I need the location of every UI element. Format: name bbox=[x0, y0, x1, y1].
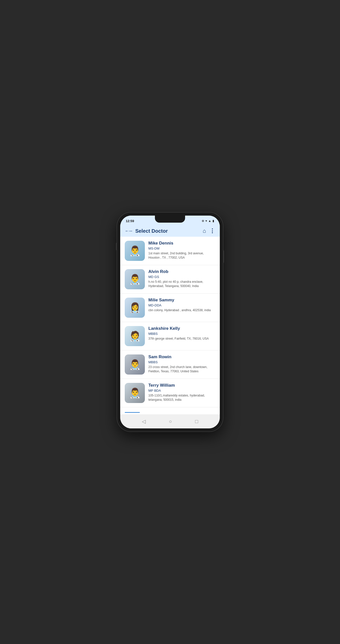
doctor-specialty: MD GS bbox=[148, 275, 215, 279]
phone-notch bbox=[155, 216, 185, 223]
doctor-avatar-icon: 👨‍⚕️ bbox=[129, 388, 141, 398]
doctor-info: Alvin Rob MD GS h.no 5-40, plot no 40 p,… bbox=[148, 269, 215, 288]
doctor-info: Sam Rowin MBBS 23 cross street, 2nd chur… bbox=[148, 354, 215, 374]
nav-recents-button[interactable]: □ bbox=[195, 419, 198, 424]
doctor-name: Terry William bbox=[148, 383, 215, 388]
doctor-specialty: MBBS bbox=[148, 332, 215, 336]
location-icon: ⊕ bbox=[202, 219, 204, 223]
doctor-specialty: MS-DM bbox=[148, 247, 215, 250]
battery-icon: ▮ bbox=[212, 219, 214, 223]
home-icon[interactable]: ⌂ bbox=[203, 228, 206, 234]
doctor-avatar-icon: 👨‍⚕️ bbox=[129, 246, 141, 256]
doctor-name: Sam Rowin bbox=[148, 354, 215, 359]
doctor-info: Mike Dennis MS-DM 1st main street, 2nd b… bbox=[148, 241, 215, 260]
wifi-icon: ▾ bbox=[205, 219, 207, 223]
doctor-address: 1st main street, 2nd building, 3rd avenu… bbox=[148, 251, 215, 260]
nav-home-button[interactable]: ○ bbox=[169, 419, 172, 424]
back-button[interactable]: ←-- bbox=[125, 228, 132, 234]
bottom-nav: ◁ ○ □ bbox=[120, 414, 220, 428]
doctor-list-item[interactable]: 👩‍⚕️ Milie Sammy MD-DDA cbn colony, Hyde… bbox=[120, 294, 220, 322]
doctor-address: h.no 5-40, plot no 40 p, chandra enclave… bbox=[148, 280, 215, 288]
doctor-avatar: 🧑‍⚕️ bbox=[125, 326, 145, 346]
doctor-address: 105-110/1,mallareddy estates, hyderabad,… bbox=[148, 393, 215, 402]
doctor-avatar-icon: 👨‍⚕️ bbox=[129, 360, 141, 369]
doctor-list-item[interactable]: 👨‍⚕️ Terry William MP BDA 105-110/1,mall… bbox=[120, 379, 220, 407]
more-options-icon[interactable]: ⋮ bbox=[209, 228, 215, 234]
doctor-name: Alvin Rob bbox=[148, 269, 215, 274]
doctor-list: 👨‍⚕️ Mike Dennis MS-DM 1st main street, … bbox=[120, 237, 220, 411]
doctor-specialty: MBBS bbox=[148, 360, 215, 364]
doctor-specialty: MD-DDA bbox=[148, 303, 215, 307]
page-title: Select Doctor bbox=[135, 228, 200, 234]
doctor-address: 37th george street, Fairfield, TX, 76016… bbox=[148, 337, 215, 341]
doctor-name: Milie Sammy bbox=[148, 298, 215, 303]
doctor-specialty: MP BDA bbox=[148, 389, 215, 392]
bottom-indicator bbox=[120, 411, 220, 414]
power-button bbox=[223, 250, 224, 263]
doctor-avatar: 👨‍⚕️ bbox=[125, 269, 145, 289]
doctor-address: 23 cross street, 2nd church lane, downto… bbox=[148, 365, 215, 374]
doctor-avatar-icon: 👨‍⚕️ bbox=[129, 274, 141, 284]
top-bar: ←-- Select Doctor ⌂ ⋮ bbox=[120, 225, 220, 237]
doctor-avatar: 👨‍⚕️ bbox=[125, 241, 145, 261]
doctor-avatar: 👨‍⚕️ bbox=[125, 383, 145, 403]
doctor-info: Terry William MP BDA 105-110/1,mallaredd… bbox=[148, 383, 215, 402]
doctor-list-item[interactable]: 👨‍⚕️ Alvin Rob MD GS h.no 5-40, plot no … bbox=[120, 265, 220, 294]
doctor-address: cbn colony, Hyderabad , andhra, 402538, … bbox=[148, 308, 215, 312]
doctor-avatar-icon: 🧑‍⚕️ bbox=[129, 331, 141, 341]
doctor-list-item[interactable]: 👨‍⚕️ Mike Dennis MS-DM 1st main street, … bbox=[120, 237, 220, 265]
status-time: 12:59 bbox=[126, 219, 134, 223]
doctor-info: Lankshire Kelly MBBS 37th george street,… bbox=[148, 326, 215, 341]
doctor-info: Milie Sammy MD-DDA cbn colony, Hyderabad… bbox=[148, 298, 215, 312]
scroll-indicator bbox=[125, 412, 140, 413]
volume-button bbox=[116, 243, 117, 250]
nav-back-button[interactable]: ◁ bbox=[142, 418, 146, 424]
phone-device: 12:59 ⊕ ▾ ▲ ▮ ←-- Select Doctor ⌂ ⋮ 👨‍⚕️ bbox=[117, 213, 223, 431]
signal-icon: ▲ bbox=[208, 219, 211, 223]
doctor-avatar-icon: 👩‍⚕️ bbox=[129, 303, 141, 312]
doctor-list-item[interactable]: 👨‍⚕️ Sam Rowin MBBS 23 cross street, 2nd… bbox=[120, 350, 220, 379]
doctor-avatar: 👨‍⚕️ bbox=[125, 354, 145, 375]
phone-screen: 12:59 ⊕ ▾ ▲ ▮ ←-- Select Doctor ⌂ ⋮ 👨‍⚕️ bbox=[120, 216, 220, 428]
header-actions: ⌂ ⋮ bbox=[203, 228, 215, 234]
doctor-avatar: 👩‍⚕️ bbox=[125, 298, 145, 318]
doctor-name: Mike Dennis bbox=[148, 241, 215, 246]
status-icons: ⊕ ▾ ▲ ▮ bbox=[202, 219, 214, 223]
doctor-name: Lankshire Kelly bbox=[148, 326, 215, 331]
back-arrow-icon: ←-- bbox=[125, 228, 132, 234]
doctor-list-item[interactable]: 🧑‍⚕️ Lankshire Kelly MBBS 37th george st… bbox=[120, 322, 220, 350]
